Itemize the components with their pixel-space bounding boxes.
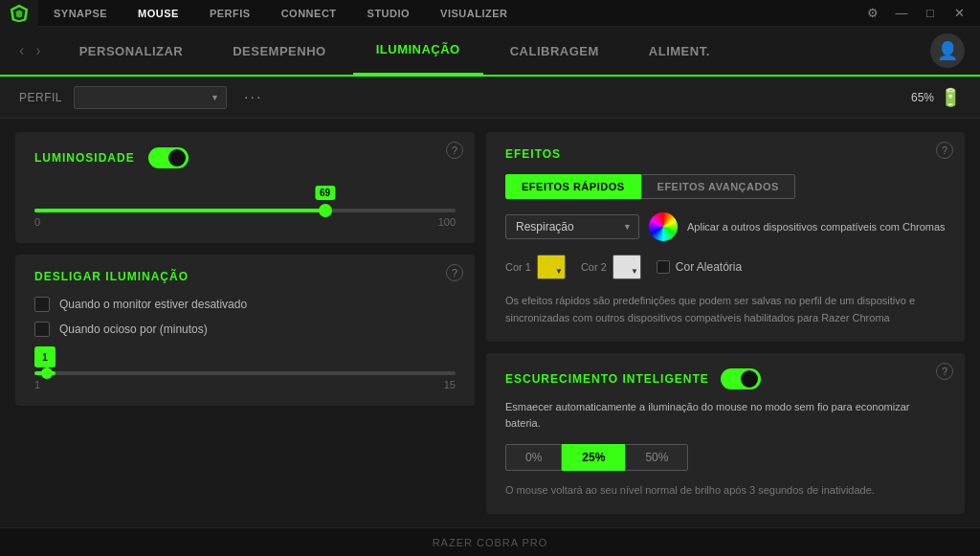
battery-percentage: 65% (911, 91, 934, 104)
cor2-label: Cor 2 (581, 261, 607, 273)
brightness-value-bubble: 69 (315, 186, 335, 200)
chroma-text: Aplicar a outros dispositivos compatívei… (687, 221, 946, 233)
settings-button[interactable]: ⚙ (859, 0, 886, 27)
escurecimento-help[interactable]: ? (936, 363, 953, 380)
luminosidade-help[interactable]: ? (446, 142, 463, 159)
effect-select-wrap: Respiração Nenhum Estático Espectro Ondu… (505, 214, 639, 239)
window-controls: ⚙ — □ ✕ (859, 0, 980, 27)
user-avatar[interactable]: 👤 (930, 33, 965, 68)
luminosidade-title: LUMINOSIDADE (34, 151, 135, 165)
perfil-select[interactable] (74, 86, 227, 109)
idle-value-box: 1 (34, 346, 56, 367)
idle-slider-track (34, 371, 456, 375)
perfil-menu-button[interactable]: ··· (238, 89, 268, 106)
subnav-calibragem[interactable]: CALIBRAGEM (487, 26, 622, 76)
subnav-desempenho[interactable]: DESEMPENHO (210, 26, 348, 76)
top-nav: SYNAPSE MOUSE PERFIS CONNECT STUDIO VISU… (0, 0, 980, 27)
cor1-label: Cor 1 (505, 261, 531, 273)
nav-mouse[interactable]: MOUSE (122, 0, 194, 27)
subnav-aliment[interactable]: ALIMENT. (626, 26, 733, 76)
escurecimento-description: Esmaecer automaticamente a iluminação do… (505, 399, 946, 431)
brightness-slider-wrap: 69 0 100 (34, 186, 456, 228)
random-color-checkbox[interactable] (657, 260, 670, 274)
panel-left: ? LUMINOSIDADE 69 0 100 ? DESLIGAR ILUMI… (15, 132, 475, 514)
idle-max-label: 15 (444, 379, 456, 390)
cor1-swatch[interactable] (537, 255, 566, 279)
color-row: Cor 1 Cor 2 Cor Aleatória (505, 255, 946, 279)
random-color-label: Cor Aleatória (676, 260, 742, 274)
battery-icon: 🔋 (940, 87, 961, 108)
random-color-check[interactable]: Cor Aleatória (657, 260, 742, 274)
brightness-max-label: 100 (438, 216, 456, 228)
escurecimento-toggle[interactable] (721, 368, 761, 389)
brightness-min-label: 0 (34, 216, 40, 228)
efeitos-help[interactable]: ? (936, 142, 953, 159)
nav-visualizer[interactable]: VISUALIZER (425, 0, 523, 27)
perfil-select-wrap (74, 86, 227, 109)
idle-slider-wrap: 1 1 15 (34, 346, 456, 390)
nav-arrows: ‹ › (15, 40, 45, 61)
tab-efeitos-rapidos[interactable]: EFEITOS RÁPIDOS (505, 174, 641, 199)
perfil-label: PERFIL (19, 91, 62, 104)
efeitos-description: Os efeitos rápidos são predefinições que… (505, 293, 946, 326)
brightness-slider-fill (34, 209, 325, 212)
footer: RAZER COBRA PRO (0, 527, 980, 556)
monitor-off-checkbox[interactable] (34, 297, 50, 312)
minimize-button[interactable]: — (888, 0, 915, 27)
luminosidade-header: LUMINOSIDADE (34, 147, 456, 168)
brightness-level-buttons: 0% 25% 50% (505, 444, 946, 471)
brightness-slider-thumb[interactable] (319, 204, 332, 217)
monitor-off-row: Quando o monitor estiver desativado (34, 297, 456, 312)
perfil-bar: PERFIL ··· 65% 🔋 (0, 77, 980, 119)
efeitos-tabs: EFEITOS RÁPIDOS EFEITOS AVANÇADOS (505, 174, 946, 199)
idle-label: Quando ocioso por (minutos) (59, 322, 208, 336)
efeitos-card: ? EFEITOS EFEITOS RÁPIDOS EFEITOS AVANÇA… (486, 132, 965, 342)
desligar-card: ? DESLIGAR ILUMINAÇÃO Quando o monitor e… (15, 255, 475, 406)
luminosidade-card: ? LUMINOSIDADE 69 0 100 (15, 132, 475, 243)
escurecimento-header: ESCURECIMENTO INTELIGENTE (505, 368, 946, 389)
brightness-0-button[interactable]: 0% (505, 444, 562, 471)
escurecimento-title: ESCURECIMENTO INTELIGENTE (505, 372, 709, 386)
escurecimento-card: ? ESCURECIMENTO INTELIGENTE Esmaecer aut… (486, 353, 965, 514)
close-button[interactable]: ✕ (946, 0, 972, 27)
back-arrow[interactable]: ‹ (15, 40, 28, 61)
monitor-off-label: Quando o monitor estiver desativado (59, 298, 247, 311)
idle-checkbox[interactable] (34, 322, 50, 337)
panel-right: ? EFEITOS EFEITOS RÁPIDOS EFEITOS AVANÇA… (486, 132, 965, 514)
luminosidade-toggle[interactable] (148, 147, 189, 168)
battery-info: 65% 🔋 (911, 87, 961, 108)
maximize-button[interactable]: □ (917, 0, 944, 27)
idle-min-label: 1 (34, 379, 40, 390)
effect-select[interactable]: Respiração Nenhum Estático Espectro Ondu… (505, 214, 639, 239)
cor1-group: Cor 1 (505, 255, 566, 279)
subnav-personalizar[interactable]: PERSONALIZAR (56, 26, 207, 76)
forward-arrow[interactable]: › (32, 40, 44, 61)
brightness-25-button[interactable]: 25% (562, 444, 625, 471)
cor2-swatch[interactable] (612, 255, 641, 279)
effect-select-row: Respiração Nenhum Estático Espectro Ondu… (505, 212, 946, 241)
tab-efeitos-avancados[interactable]: EFEITOS AVANÇADOS (641, 174, 795, 199)
app-logo (0, 0, 38, 27)
brightness-slider-track (34, 209, 456, 212)
sub-nav: ‹ › PERSONALIZAR DESEMPENHO ILUMINAÇÃO C… (0, 27, 980, 77)
nav-studio[interactable]: STUDIO (352, 0, 426, 27)
nav-connect[interactable]: CONNECT (266, 0, 352, 27)
main-content: ? LUMINOSIDADE 69 0 100 ? DESLIGAR ILUMI… (0, 119, 980, 527)
subnav-iluminacao[interactable]: ILUMINAÇÃO (353, 26, 483, 76)
footer-text: RAZER COBRA PRO (433, 537, 548, 548)
nav-synapse[interactable]: SYNAPSE (38, 0, 122, 27)
nav-perfis[interactable]: PERFIS (194, 0, 266, 27)
cor2-group: Cor 2 (581, 255, 641, 279)
cor1-swatch-wrap (537, 255, 566, 279)
brightness-50-button[interactable]: 50% (625, 444, 688, 471)
idle-slider-thumb[interactable] (41, 367, 53, 379)
desligar-title: DESLIGAR ILUMINAÇÃO (34, 270, 456, 283)
brightness-slider-labels: 0 100 (34, 216, 456, 228)
desligar-help[interactable]: ? (446, 264, 463, 281)
idle-row: Quando ocioso por (minutos) (34, 322, 456, 337)
idle-slider-labels: 1 15 (34, 379, 456, 390)
chroma-sync-button[interactable] (649, 212, 678, 241)
escurecimento-note: O mouse voltará ao seu nível normal de b… (505, 482, 946, 499)
efeitos-title: EFEITOS (505, 147, 946, 161)
cor2-swatch-wrap (612, 255, 641, 279)
